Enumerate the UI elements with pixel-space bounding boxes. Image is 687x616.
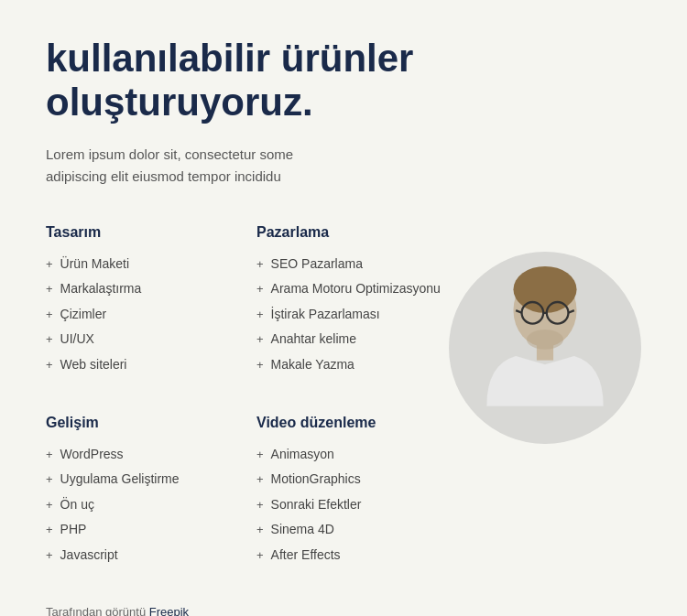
person-image <box>449 252 641 444</box>
list-item: +UI/UX <box>46 327 238 352</box>
list-item-label: Uygulama Geliştirme <box>60 470 180 489</box>
heading-line1: kullanılabilir ürünler <box>46 37 413 80</box>
categories-grid: Tasarım+Ürün Maketi+Markalaştırma+Çiziml… <box>46 224 449 578</box>
list-item: +MotionGraphics <box>256 467 449 492</box>
plus-icon: + <box>46 447 53 463</box>
person-svg <box>463 256 627 439</box>
list-item: +After Effects <box>256 543 449 568</box>
list-item-label: SEO Pazarlama <box>271 255 363 274</box>
plus-icon: + <box>46 497 53 513</box>
plus-icon: + <box>256 447 264 463</box>
list-item-label: Makale Yazma <box>271 356 354 374</box>
list-item-label: MotionGraphics <box>271 470 361 489</box>
list-item-label: Sonraki Efektler <box>271 496 362 514</box>
plus-icon: + <box>46 547 53 564</box>
plus-icon: + <box>256 497 264 513</box>
category-title-tasarim: Tasarım <box>46 224 238 241</box>
category-list-video: +Animasyon+MotionGraphics+Sonraki Efektl… <box>256 442 449 568</box>
list-item-label: WordPress <box>60 446 124 464</box>
list-item: +SEO Pazarlama <box>256 252 449 277</box>
plus-icon: + <box>256 357 264 373</box>
list-item-label: Animasyon <box>271 446 334 464</box>
list-item-label: Ön uç <box>60 496 94 514</box>
plus-icon: + <box>256 547 264 564</box>
plus-icon: + <box>256 331 264 348</box>
svg-point-8 <box>527 330 563 350</box>
list-item: +Anahtar kelime <box>256 327 449 352</box>
list-item-label: Javascript <box>60 546 118 565</box>
list-item-label: Sinema 4D <box>271 521 334 539</box>
list-item-label: İştirak Pazarlaması <box>271 306 380 324</box>
list-item: +İştirak Pazarlaması <box>256 302 449 328</box>
list-item-label: PHP <box>60 521 87 539</box>
list-item-label: After Effects <box>271 546 341 565</box>
plus-icon: + <box>256 522 264 538</box>
plus-icon: + <box>256 471 264 488</box>
plus-icon: + <box>46 331 53 348</box>
list-item: +Animasyon <box>256 442 449 468</box>
category-list-tasarim: +Ürün Maketi+Markalaştırma+Çizimler+UI/U… <box>46 252 238 378</box>
list-item-label: UI/UX <box>60 330 94 349</box>
plus-icon: + <box>46 471 53 488</box>
plus-icon: + <box>256 307 264 323</box>
list-item: +WordPress <box>46 442 238 468</box>
list-item: +Arama Motoru Optimizasyonu <box>256 276 449 302</box>
list-item: +PHP <box>46 517 238 543</box>
svg-point-1 <box>513 266 576 313</box>
plus-icon: + <box>46 307 53 323</box>
list-item-label: Anahtar kelime <box>271 330 356 349</box>
category-title-gelisim: Gelişim <box>46 415 238 431</box>
category-list-gelisim: +WordPress+Uygulama Geliştirme+Ön uç+PHP… <box>46 442 238 568</box>
list-item: +Makale Yazma <box>256 352 449 378</box>
list-item: +Sinema 4D <box>256 517 449 543</box>
list-item: +Çizimler <box>46 302 238 328</box>
category-video: Video düzenleme+Animasyon+MotionGraphics… <box>256 415 449 568</box>
plus-icon: + <box>256 256 264 273</box>
left-section: Tasarım+Ürün Maketi+Markalaştırma+Çiziml… <box>46 224 449 616</box>
page-heading: kullanılabilir ürünler oluşturuyoruz. <box>46 37 431 125</box>
list-item: +Sonraki Efektler <box>256 492 449 518</box>
list-item-label: Markalaştırma <box>60 280 142 298</box>
list-item: +Web siteleri <box>46 352 238 378</box>
plus-icon: + <box>46 357 53 373</box>
list-item: +Ürün Maketi <box>46 252 238 277</box>
footer-credit: Tarafından görüntü Freepik <box>46 605 449 616</box>
freepik-link[interactable]: Freepik <box>149 605 189 616</box>
list-item: +Uygulama Geliştirme <box>46 467 238 492</box>
list-item: +Ön uç <box>46 492 238 518</box>
list-item: +Markalaştırma <box>46 276 238 302</box>
list-item: +Javascript <box>46 543 238 568</box>
content-area: Tasarım+Ürün Maketi+Markalaştırma+Çiziml… <box>46 224 641 616</box>
category-title-pazarlama: Pazarlama <box>256 224 449 241</box>
plus-icon: + <box>46 522 53 538</box>
list-item-label: Web siteleri <box>60 356 127 374</box>
plus-icon: + <box>46 281 53 297</box>
list-item-label: Arama Motoru Optimizasyonu <box>271 280 441 298</box>
plus-icon: + <box>256 281 264 297</box>
category-pazarlama: Pazarlama+SEO Pazarlama+Arama Motoru Opt… <box>256 224 449 378</box>
subtitle-text: Lorem ipsum dolor sit, consectetur some … <box>46 144 339 188</box>
list-item-label: Ürün Maketi <box>60 255 129 274</box>
category-title-video: Video düzenleme <box>256 415 449 431</box>
heading-line2: oluşturuyoruz. <box>46 81 313 124</box>
category-tasarim: Tasarım+Ürün Maketi+Markalaştırma+Çiziml… <box>46 224 238 378</box>
category-gelisim: Gelişim+WordPress+Uygulama Geliştirme+Ön… <box>46 415 238 568</box>
plus-icon: + <box>46 256 53 273</box>
list-item-label: Çizimler <box>60 306 107 324</box>
category-list-pazarlama: +SEO Pazarlama+Arama Motoru Optimizasyon… <box>256 252 449 378</box>
footer-text: Tarafından görüntü <box>46 605 149 616</box>
